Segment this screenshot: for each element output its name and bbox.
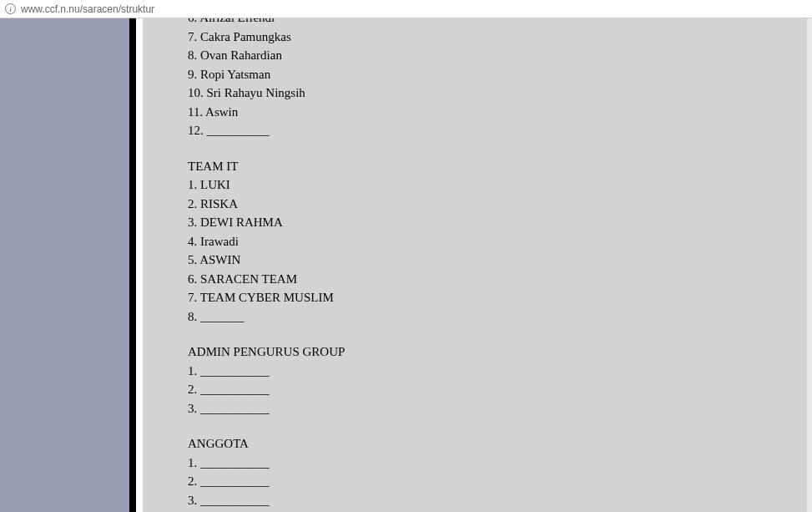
document-page: 6. Alrizal Effendi 7. Cakra Pamungkas 8.…: [143, 18, 807, 512]
list-item: 5. ASWIN: [188, 251, 345, 270]
list-item: 3. ___________: [188, 491, 345, 510]
viewport: 6. Alrizal Effendi 7. Cakra Pamungkas 8.…: [0, 18, 812, 512]
section-heading-anggota: ANGGOTA: [188, 434, 345, 454]
list-item: 1. LUKI: [188, 175, 345, 195]
info-icon[interactable]: i: [5, 3, 16, 14]
list-item: 1. ___________: [188, 454, 345, 473]
vertical-scrollbar[interactable]: [807, 18, 812, 512]
list-item: 7. Cakra Pamungkas: [188, 28, 345, 47]
address-bar[interactable]: i www.ccf.n.nu/saracen/struktur: [0, 0, 812, 18]
section-heading-admin-pengurus: ADMIN PENGURUS GROUP: [188, 342, 345, 362]
list-item: 3. DEWI RAHMA: [188, 213, 345, 232]
left-sidebar-pane: [0, 18, 136, 512]
list-item: 2. ___________: [188, 380, 345, 399]
list-item: 8. _______: [188, 307, 345, 327]
document-content: 6. Alrizal Effendi 7. Cakra Pamungkas 8.…: [188, 18, 345, 512]
list-item: 8. Ovan Rahardian: [188, 46, 345, 65]
list-item: 6. Alrizal Effendi: [188, 18, 345, 28]
list-item: 2. RISKA: [188, 195, 345, 214]
section-heading-team-it: TEAM IT: [188, 157, 345, 176]
list-item: 4. Irawadi: [188, 232, 345, 251]
list-item: 7. TEAM CYBER MUSLIM: [188, 288, 345, 307]
list-item: 9. Ropi Yatsman: [188, 65, 345, 84]
list-item: 12. __________: [188, 121, 345, 140]
list-item: 11. Aswin: [188, 103, 345, 122]
list-item: 10. Sri Rahayu Ningsih: [188, 84, 345, 103]
list-item: 6. SARACEN TEAM: [188, 270, 345, 289]
list-item: 2. ___________: [188, 472, 345, 491]
list-item: 1. ___________: [188, 362, 345, 381]
list-item: 3. ___________: [188, 399, 345, 418]
url-text: www.ccf.n.nu/saracen/struktur: [21, 3, 154, 15]
